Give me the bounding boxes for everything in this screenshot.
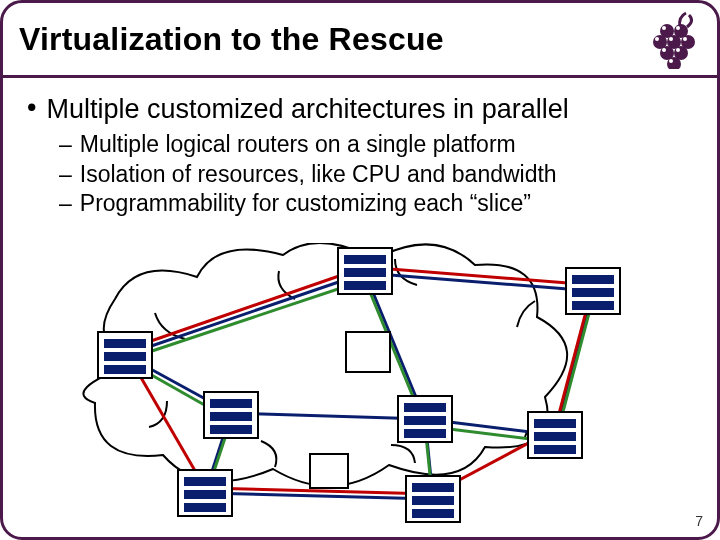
slide-frame: Virtualization to the Rescue • Mul xyxy=(0,0,720,540)
router-node xyxy=(527,411,583,459)
bullet-level-2: – Isolation of resources, like CPU and b… xyxy=(59,161,693,189)
bullet-1-text: Multiple customized architectures in par… xyxy=(46,94,568,125)
svg-line-33 xyxy=(125,267,365,350)
router-node xyxy=(337,247,393,295)
slide-title: Virtualization to the Rescue xyxy=(3,21,444,58)
router-node-empty xyxy=(345,331,391,373)
svg-point-13 xyxy=(662,48,666,52)
router-node-empty xyxy=(309,453,349,489)
sub-bullet-list: – Multiple logical routers on a single p… xyxy=(59,131,693,218)
bullet-2a-text: Multiple logical routers on a single pla… xyxy=(80,131,516,159)
svg-point-9 xyxy=(676,26,680,30)
bullet-dash-icon: – xyxy=(59,131,72,159)
router-node xyxy=(203,391,259,439)
bullet-dash-icon: – xyxy=(59,190,72,218)
router-node xyxy=(177,469,233,517)
content-area: • Multiple customized architectures in p… xyxy=(3,78,717,218)
bullet-level-2: – Multiple logical routers on a single p… xyxy=(59,131,693,159)
bullet-level-1: • Multiple customized architectures in p… xyxy=(27,94,693,125)
bullet-dot-icon: • xyxy=(27,94,36,125)
bullet-2b-text: Isolation of resources, like CPU and ban… xyxy=(80,161,557,189)
network-diagram xyxy=(65,243,661,513)
bullet-2c-text: Programmability for customizing each “sl… xyxy=(80,190,531,218)
svg-point-15 xyxy=(669,59,673,63)
svg-line-28 xyxy=(125,280,365,360)
router-node xyxy=(565,267,621,315)
svg-line-16 xyxy=(125,273,365,355)
svg-point-12 xyxy=(683,37,687,41)
router-node xyxy=(97,331,153,379)
svg-point-10 xyxy=(655,37,659,41)
bullet-level-2: – Programmability for customizing each “… xyxy=(59,190,693,218)
svg-point-11 xyxy=(669,37,673,41)
bullet-dash-icon: – xyxy=(59,161,72,189)
title-bar: Virtualization to the Rescue xyxy=(3,3,717,78)
svg-line-19 xyxy=(231,413,425,419)
router-node xyxy=(397,395,453,443)
router-node xyxy=(405,475,461,523)
svg-point-8 xyxy=(662,26,666,30)
svg-point-14 xyxy=(676,48,680,52)
grapes-logo-icon xyxy=(631,9,701,69)
page-number: 7 xyxy=(695,513,703,529)
